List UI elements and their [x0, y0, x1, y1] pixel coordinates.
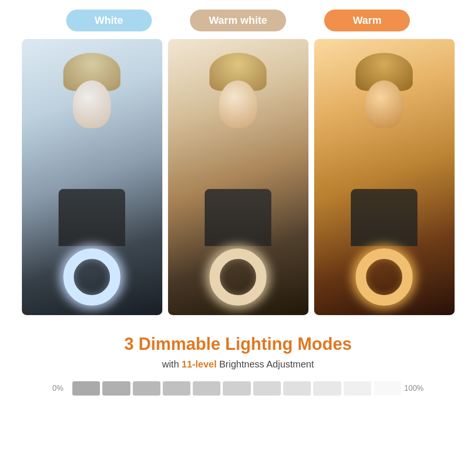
ring-warm: [356, 248, 413, 306]
bottom-section: 3 Dimmable Lighting Modes with 11-level …: [14, 334, 462, 396]
label-warm: Warm: [324, 10, 410, 31]
brightness-label-left: 0%: [52, 384, 69, 393]
face-white: [73, 80, 111, 128]
photo-card-white: [22, 39, 162, 315]
brightness-segment-7: [253, 381, 281, 396]
brightness-segment-9: [313, 381, 341, 396]
main-container: White Warm white Warm: [0, 0, 476, 476]
ring-white-container: [63, 248, 120, 306]
brightness-row: 0% 100%: [52, 381, 424, 396]
labels-row: White Warm white Warm: [14, 10, 462, 31]
body-warm-white: [205, 189, 271, 246]
body-white: [59, 189, 125, 246]
photo-card-warm: [314, 39, 455, 315]
brightness-segment-5: [193, 381, 220, 396]
ring-warm-white-container: [209, 248, 267, 306]
person-white: [22, 39, 162, 315]
images-row: [14, 39, 462, 315]
brightness-label-right: 100%: [404, 384, 424, 393]
brightness-segment-3: [133, 381, 160, 396]
ring-white: [63, 248, 120, 306]
face-warm: [365, 80, 403, 128]
ring-warm-white: [209, 248, 267, 306]
brightness-segment-8: [283, 381, 311, 396]
brightness-segment-1: [72, 381, 100, 396]
sub-heading-prefix: with: [162, 359, 181, 369]
brightness-segment-11: [374, 381, 401, 396]
main-heading: 3 Dimmable Lighting Modes: [124, 334, 352, 354]
label-warm-white: Warm white: [190, 10, 287, 31]
body-warm: [351, 189, 417, 246]
brightness-segment-10: [344, 381, 371, 396]
ring-warm-container: [356, 248, 413, 306]
photo-card-warm-white: [168, 39, 308, 315]
person-warm: [314, 39, 455, 315]
brightness-segment-6: [223, 381, 250, 396]
sub-heading: with 11-level Brightness Adjustment: [162, 359, 314, 370]
brightness-bar: [72, 381, 401, 396]
sub-heading-highlight: 11-level: [182, 359, 217, 369]
person-warm-white: [168, 39, 308, 315]
label-white: White: [66, 10, 152, 31]
sub-heading-suffix: Brightness Adjustment: [217, 359, 314, 369]
brightness-segment-4: [163, 381, 190, 396]
brightness-segment-2: [102, 381, 130, 396]
face-warm-white: [219, 80, 257, 128]
